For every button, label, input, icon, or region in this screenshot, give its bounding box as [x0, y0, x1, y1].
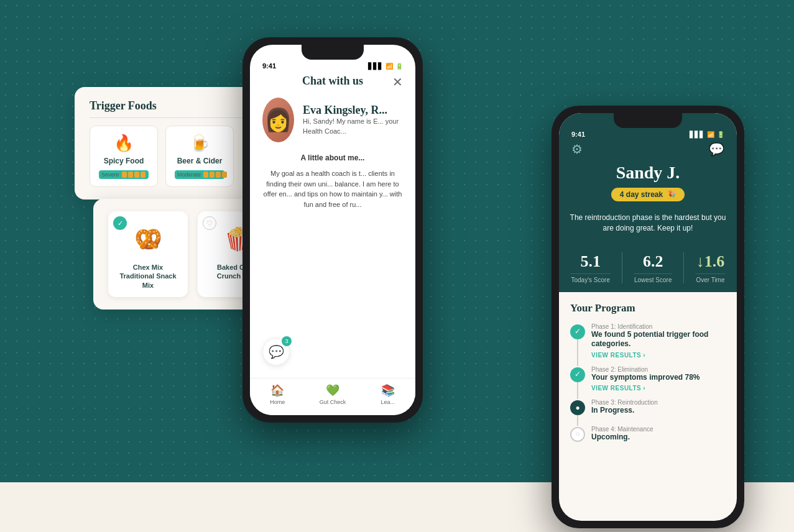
trigger-item-beer: 🍺 Beer & Cider Moderate: [165, 126, 234, 187]
phone2-dark-header: 9:41 ▋▋▋ 📶 🔋 ⚙ 💬 Sandy J.: [559, 113, 737, 292]
phase-2-icon: ✓: [570, 367, 585, 382]
phone2-status-icons: ▋▋▋ 📶 🔋: [690, 131, 724, 138]
signal-icon: ▋▋▋: [368, 63, 383, 70]
nav-item-home[interactable]: 🏠 Home: [250, 383, 305, 405]
phase-4-label: Phase 4: Maintenance: [591, 426, 653, 433]
phone1-notch: [302, 45, 364, 60]
today-score: 5.1 Today's Score: [571, 252, 610, 283]
phase-1-icon: ✓: [570, 324, 585, 339]
phase-4-content: Phase 4: Maintenance Upcoming.: [591, 426, 653, 445]
trigger-items-list: 🔥 Spicy Food Severe 🍺 Beer & C: [90, 126, 246, 187]
lowest-score-label: Lowest Score: [634, 273, 672, 283]
scene-container: Trigger Foods 🔥 Spicy Food Severe: [0, 0, 794, 532]
phase-1-content: Phase 1: Identification We found 5 poten…: [591, 323, 726, 359]
phase-2: ✓ Phase 2: Elimination Your symptoms imp…: [570, 366, 726, 392]
spicy-severity-label: Severe: [101, 172, 119, 178]
score-divider-2: [683, 252, 684, 283]
beer-cider-icon: 🍺: [175, 134, 224, 153]
phase-4-icon: ○: [570, 427, 585, 442]
spicy-severity-bar: Severe: [99, 170, 149, 179]
phase-4-desc: Upcoming.: [591, 433, 653, 443]
message-icon[interactable]: 💬: [709, 142, 724, 157]
nav-learn-label: Lea...: [381, 399, 395, 405]
phone1-time: 9:41: [262, 62, 276, 70]
chex-mix-name: Chex Mix Traditional Snack Mix: [116, 263, 180, 290]
phase-3-icon: ●: [570, 400, 585, 415]
phone2-notch: [614, 113, 682, 128]
chat-bubble-button[interactable]: 💬 3: [262, 338, 290, 365]
over-time-score-label: Over Time: [696, 273, 724, 283]
streak-emoji: 🎉: [667, 190, 676, 199]
phone2-screen: 9:41 ▋▋▋ 📶 🔋 ⚙ 💬 Sandy J.: [559, 113, 737, 521]
phase-2-link[interactable]: VIEW RESULTS ›: [591, 385, 700, 392]
phone1-coach-info: Eva Kingsley, R... Hi, Sandy! My name is…: [303, 104, 403, 136]
phone1-avatar-section: 👩 Eva Kingsley, R... Hi, Sandy! My name …: [250, 98, 415, 152]
phone1-status-icons: ▋▋▋ 📶 🔋: [368, 63, 403, 70]
user-name: Sandy J.: [571, 163, 724, 183]
beer-name: Beer & Cider: [175, 157, 224, 165]
phone1-frame: 9:41 ▋▋▋ 📶 🔋 Chat with us ✕ 👩 Eva Kingsl…: [242, 37, 423, 423]
spicy-food-name: Spicy Food: [99, 157, 149, 165]
phone1-about: A little about me... My goal as a health…: [250, 152, 415, 209]
phone1-container: 9:41 ▋▋▋ 📶 🔋 Chat with us ✕ 👩 Eva Kingsl…: [242, 37, 423, 423]
nav-item-gut-check[interactable]: 💚 Gut Check: [305, 383, 361, 405]
dot-2: [128, 172, 133, 178]
wifi-icon: 📶: [385, 63, 393, 70]
spicy-food-icon: 🔥: [99, 134, 149, 153]
check-icon: ✓: [113, 216, 127, 230]
phase-line-3: [577, 415, 578, 426]
score-divider-1: [622, 252, 622, 283]
streak-badge: 4 day streak 🎉: [611, 188, 685, 201]
phase-1-label: Phase 1: Identification: [591, 323, 726, 330]
coach-name: Eva Kingsley, R...: [303, 104, 403, 117]
phone1-bottom-nav: 🏠 Home 💚 Gut Check 📚 Lea...: [250, 378, 415, 415]
chex-mix-image: 🥨: [126, 219, 170, 259]
dot-1: [203, 172, 208, 178]
settings-icon[interactable]: ⚙: [571, 142, 583, 157]
phase-4: ○ Phase 4: Maintenance Upcoming.: [570, 426, 726, 445]
dot-4: [222, 172, 227, 178]
beer-severity-dots: [203, 172, 227, 178]
coach-intro: Hi, Sandy! My name is E... your Health C…: [303, 117, 403, 136]
phase-3-label: Phase 3: Reintroduction: [591, 399, 658, 406]
phase-3: ● Phase 3: Reintroduction In Progress.: [570, 399, 726, 418]
about-heading: A little about me...: [262, 152, 403, 163]
trigger-foods-card: Trigger Foods 🔥 Spicy Food Severe: [75, 87, 261, 200]
wifi-icon: 📶: [707, 131, 714, 138]
phase-line-2: [577, 382, 578, 400]
phase-line-1: [577, 339, 578, 366]
phase-1: ✓ Phase 1: Identification We found 5 pot…: [570, 323, 726, 359]
phase-3-content: Phase 3: Reintroduction In Progress.: [591, 399, 658, 418]
phone2-frame: 9:41 ▋▋▋ 📶 🔋 ⚙ 💬 Sandy J.: [552, 106, 744, 528]
chat-badge: 3: [282, 336, 292, 346]
over-time-score-value: ↓1.6: [696, 252, 724, 271]
dot-3: [216, 172, 221, 178]
lowest-score: 6.2 Lowest Score: [634, 252, 672, 283]
spicy-severity-dots: [122, 172, 145, 178]
phase-1-link[interactable]: VIEW RESULTS ›: [591, 352, 726, 359]
close-icon[interactable]: ✕: [392, 75, 403, 89]
lowest-score-value: 6.2: [634, 252, 672, 271]
program-title: Your Program: [570, 302, 726, 314]
food-item-chex[interactable]: ✓ 🥨 Chex Mix Traditional Snack Mix: [108, 211, 188, 297]
phone2-tagline: The reintroduction phase is the hardest …: [559, 213, 737, 244]
over-time-score: ↓1.6 Over Time: [696, 252, 724, 283]
nav-item-learn[interactable]: 📚 Lea...: [360, 383, 415, 405]
phone2-time: 9:41: [571, 131, 585, 138]
learn-icon: 📚: [381, 383, 395, 397]
streak-label: 4 day streak: [620, 190, 663, 199]
phase-2-desc: Your symptoms improved 78%: [591, 373, 700, 383]
nav-gutcheck-label: Gut Check: [320, 399, 346, 405]
phone2-scores-section: 5.1 Today's Score 6.2 Lowest Score ↓1.6 …: [559, 244, 737, 292]
phase-2-content: Phase 2: Elimination Your symptoms impro…: [591, 366, 700, 392]
trigger-item-spicy: 🔥 Spicy Food Severe: [90, 126, 158, 187]
phase-1-desc: We found 5 potential trigger food catego…: [591, 330, 726, 349]
phone2-program-section: Your Program ✓ Phase 1: Identification W…: [559, 292, 737, 462]
about-text: My goal as a health coach is t... client…: [264, 170, 402, 208]
phase-3-desc: In Progress.: [591, 406, 658, 416]
dot-4: [141, 172, 145, 178]
home-icon: 🏠: [270, 383, 284, 397]
dot-1: [122, 172, 127, 178]
beer-severity-label: Moderate: [177, 172, 201, 178]
today-score-label: Today's Score: [571, 273, 610, 283]
